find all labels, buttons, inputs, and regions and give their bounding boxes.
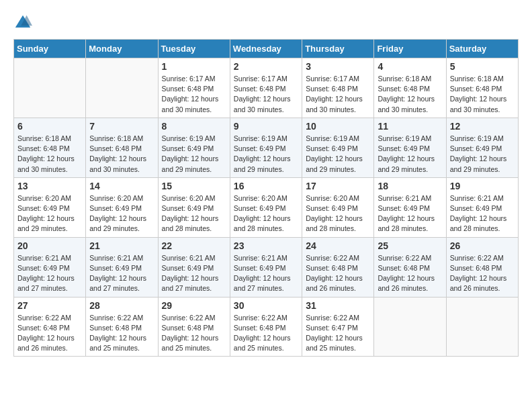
day-info: Sunrise: 6:21 AM Sunset: 6:49 PM Dayligh… [17,253,82,294]
day-number: 20 [17,240,82,251]
calendar-day-cell: 23Sunrise: 6:21 AM Sunset: 6:49 PM Dayli… [230,237,302,297]
day-number: 25 [378,240,442,251]
day-info: Sunrise: 6:21 AM Sunset: 6:49 PM Dayligh… [234,253,298,294]
calendar-day-cell: 25Sunrise: 6:22 AM Sunset: 6:48 PM Dayli… [374,237,446,297]
day-number: 3 [306,61,370,72]
day-info: Sunrise: 6:17 AM Sunset: 6:48 PM Dayligh… [162,74,226,115]
day-number: 30 [234,300,298,311]
calendar-day-cell: 24Sunrise: 6:22 AM Sunset: 6:48 PM Dayli… [302,237,374,297]
day-info: Sunrise: 6:20 AM Sunset: 6:49 PM Dayligh… [306,193,370,234]
day-number: 8 [162,121,226,132]
day-of-week-header: Sunday [14,40,86,58]
calendar-day-cell: 30Sunrise: 6:22 AM Sunset: 6:48 PM Dayli… [230,297,302,357]
day-info: Sunrise: 6:20 AM Sunset: 6:49 PM Dayligh… [162,193,226,234]
calendar-table: SundayMondayTuesdayWednesdayThursdayFrid… [13,39,519,357]
day-number: 18 [378,181,442,191]
day-info: Sunrise: 6:22 AM Sunset: 6:48 PM Dayligh… [162,313,226,354]
calendar-day-cell: 21Sunrise: 6:21 AM Sunset: 6:49 PM Dayli… [86,237,158,297]
day-number: 22 [162,240,226,251]
day-number: 10 [306,121,370,132]
day-number: 5 [450,61,515,72]
day-info: Sunrise: 6:21 AM Sunset: 6:49 PM Dayligh… [450,193,515,234]
day-number: 31 [306,300,370,311]
calendar-day-cell [86,58,158,118]
day-info: Sunrise: 6:17 AM Sunset: 6:48 PM Dayligh… [306,74,370,115]
day-number: 28 [89,300,154,311]
day-info: Sunrise: 6:19 AM Sunset: 6:49 PM Dayligh… [306,134,370,175]
day-info: Sunrise: 6:18 AM Sunset: 6:48 PM Dayligh… [17,134,82,175]
day-info: Sunrise: 6:22 AM Sunset: 6:47 PM Dayligh… [306,313,370,354]
calendar-day-cell: 10Sunrise: 6:19 AM Sunset: 6:49 PM Dayli… [302,118,374,177]
day-of-week-header: Monday [86,40,158,58]
calendar-week-row: 27Sunrise: 6:22 AM Sunset: 6:48 PM Dayli… [14,297,519,357]
day-info: Sunrise: 6:19 AM Sunset: 6:49 PM Dayligh… [378,134,442,175]
day-info: Sunrise: 6:18 AM Sunset: 6:48 PM Dayligh… [378,74,442,115]
calendar-day-cell: 18Sunrise: 6:21 AM Sunset: 6:49 PM Dayli… [374,177,446,237]
calendar-day-cell: 29Sunrise: 6:22 AM Sunset: 6:48 PM Dayli… [158,297,230,357]
day-of-week-header: Friday [374,40,446,58]
calendar-day-cell: 15Sunrise: 6:20 AM Sunset: 6:49 PM Dayli… [158,177,230,237]
calendar-day-cell: 8Sunrise: 6:19 AM Sunset: 6:49 PM Daylig… [158,118,230,177]
day-info: Sunrise: 6:17 AM Sunset: 6:48 PM Dayligh… [234,74,298,115]
day-number: 17 [306,181,370,191]
day-info: Sunrise: 6:20 AM Sunset: 6:49 PM Dayligh… [89,193,154,234]
calendar-day-cell [446,297,518,357]
day-of-week-header: Tuesday [158,40,230,58]
calendar-day-cell: 31Sunrise: 6:22 AM Sunset: 6:47 PM Dayli… [302,297,374,357]
calendar-day-cell: 22Sunrise: 6:21 AM Sunset: 6:49 PM Dayli… [158,237,230,297]
calendar-day-cell: 2Sunrise: 6:17 AM Sunset: 6:48 PM Daylig… [230,58,302,118]
day-number: 21 [89,240,154,251]
day-info: Sunrise: 6:19 AM Sunset: 6:49 PM Dayligh… [234,134,298,175]
day-info: Sunrise: 6:18 AM Sunset: 6:48 PM Dayligh… [89,134,154,175]
calendar-day-cell: 6Sunrise: 6:18 AM Sunset: 6:48 PM Daylig… [14,118,86,177]
day-number: 7 [89,121,154,132]
calendar-day-cell: 9Sunrise: 6:19 AM Sunset: 6:49 PM Daylig… [230,118,302,177]
day-number: 1 [162,61,226,72]
day-info: Sunrise: 6:19 AM Sunset: 6:49 PM Dayligh… [450,134,515,175]
day-info: Sunrise: 6:22 AM Sunset: 6:48 PM Dayligh… [17,313,82,354]
day-number: 6 [17,121,82,132]
day-of-week-header: Wednesday [230,40,302,58]
calendar-day-cell: 26Sunrise: 6:22 AM Sunset: 6:48 PM Dayli… [446,237,518,297]
calendar-week-row: 1Sunrise: 6:17 AM Sunset: 6:48 PM Daylig… [14,58,519,118]
day-number: 12 [450,121,515,132]
calendar-day-cell: 4Sunrise: 6:18 AM Sunset: 6:48 PM Daylig… [374,58,446,118]
day-info: Sunrise: 6:22 AM Sunset: 6:48 PM Dayligh… [450,253,515,294]
day-info: Sunrise: 6:22 AM Sunset: 6:48 PM Dayligh… [306,253,370,294]
day-info: Sunrise: 6:19 AM Sunset: 6:49 PM Dayligh… [162,134,226,175]
day-number: 14 [89,181,154,191]
page-header [13,13,519,32]
day-info: Sunrise: 6:21 AM Sunset: 6:49 PM Dayligh… [162,253,226,294]
calendar-day-cell: 27Sunrise: 6:22 AM Sunset: 6:48 PM Dayli… [14,297,86,357]
day-info: Sunrise: 6:20 AM Sunset: 6:49 PM Dayligh… [17,193,82,234]
calendar-day-cell: 16Sunrise: 6:20 AM Sunset: 6:49 PM Dayli… [230,177,302,237]
day-number: 16 [234,181,298,191]
calendar-day-cell: 28Sunrise: 6:22 AM Sunset: 6:48 PM Dayli… [86,297,158,357]
calendar-day-cell: 19Sunrise: 6:21 AM Sunset: 6:49 PM Dayli… [446,177,518,237]
day-info: Sunrise: 6:22 AM Sunset: 6:48 PM Dayligh… [89,313,154,354]
day-number: 27 [17,300,82,311]
day-number: 19 [450,181,515,191]
calendar-day-cell [14,58,86,118]
calendar-week-row: 20Sunrise: 6:21 AM Sunset: 6:49 PM Dayli… [14,237,519,297]
day-number: 2 [234,61,298,72]
day-number: 9 [234,121,298,132]
calendar-day-cell: 20Sunrise: 6:21 AM Sunset: 6:49 PM Dayli… [14,237,86,297]
day-info: Sunrise: 6:22 AM Sunset: 6:48 PM Dayligh… [234,313,298,354]
day-info: Sunrise: 6:20 AM Sunset: 6:49 PM Dayligh… [234,193,298,234]
calendar-week-row: 13Sunrise: 6:20 AM Sunset: 6:49 PM Dayli… [14,177,519,237]
day-number: 26 [450,240,515,251]
day-number: 23 [234,240,298,251]
day-number: 24 [306,240,370,251]
calendar-day-cell: 7Sunrise: 6:18 AM Sunset: 6:48 PM Daylig… [86,118,158,177]
calendar-day-cell: 3Sunrise: 6:17 AM Sunset: 6:48 PM Daylig… [302,58,374,118]
day-info: Sunrise: 6:21 AM Sunset: 6:49 PM Dayligh… [378,193,442,234]
day-of-week-header: Saturday [446,40,518,58]
day-info: Sunrise: 6:18 AM Sunset: 6:48 PM Dayligh… [450,74,515,115]
day-info: Sunrise: 6:22 AM Sunset: 6:48 PM Dayligh… [378,253,442,294]
calendar-day-cell: 12Sunrise: 6:19 AM Sunset: 6:49 PM Dayli… [446,118,518,177]
day-number: 13 [17,181,82,191]
calendar-header-row: SundayMondayTuesdayWednesdayThursdayFrid… [14,40,519,58]
day-number: 4 [378,61,442,72]
day-info: Sunrise: 6:21 AM Sunset: 6:49 PM Dayligh… [89,253,154,294]
